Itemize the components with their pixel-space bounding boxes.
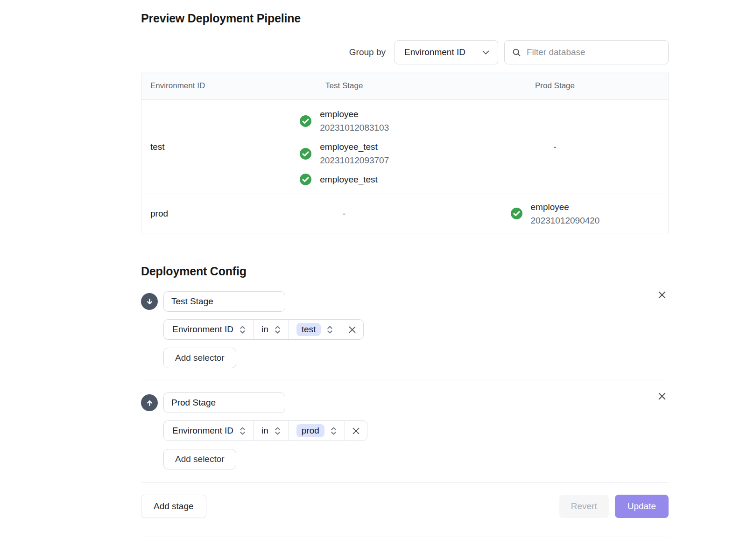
close-icon xyxy=(348,325,357,334)
bottom-divider xyxy=(141,537,669,537)
deployment-version: 20231012090420 xyxy=(531,214,600,227)
deployment-version: 20231012083103 xyxy=(320,121,389,134)
deployment-item: employee_test 20231012093707 xyxy=(299,140,389,167)
main-content: Preview Deployment Pipeline Group by Env… xyxy=(141,0,669,537)
selector-key-select[interactable]: Environment ID xyxy=(164,320,254,339)
chevron-up-down-icon xyxy=(274,325,281,335)
success-check-icon xyxy=(510,207,523,220)
selector-row: Environment ID in prod xyxy=(163,420,367,441)
footer-divider-top xyxy=(141,482,669,483)
filter-database-input[interactable] xyxy=(527,47,661,57)
remove-selector-button[interactable] xyxy=(341,320,363,339)
close-icon xyxy=(352,427,360,435)
success-check-icon xyxy=(299,115,312,127)
deployment-name: employee_test xyxy=(320,173,378,186)
deployment-item: employee 20231012090420 xyxy=(510,200,600,227)
deployment-name: employee xyxy=(531,200,600,214)
selector-value-pill: test xyxy=(296,323,321,336)
environment-id-cell: test xyxy=(141,100,247,194)
chevron-up-down-icon xyxy=(274,426,281,436)
deployment-name: employee xyxy=(320,107,389,121)
column-header-test-stage: Test Stage xyxy=(247,72,442,99)
selector-operator-select[interactable]: in xyxy=(254,320,289,339)
table-row-prod: prod - employee 20231012090420 xyxy=(141,194,668,233)
success-check-icon xyxy=(299,147,312,160)
column-header-prod-stage: Prod Stage xyxy=(442,72,668,99)
environment-id-cell: prod xyxy=(141,194,247,233)
chevron-up-down-icon xyxy=(330,426,337,436)
selector-row: Environment ID in test xyxy=(163,319,364,340)
chevron-down-icon xyxy=(482,50,489,55)
selector-operator-select[interactable]: in xyxy=(254,421,289,441)
close-icon xyxy=(657,290,667,300)
close-icon xyxy=(657,392,667,401)
deployment-name: employee_test xyxy=(320,140,389,154)
stage-name-input[interactable] xyxy=(163,291,285,312)
pipeline-table: Environment ID Test Stage Prod Stage tes… xyxy=(141,72,669,233)
search-icon xyxy=(512,48,521,57)
page-title: Preview Deployment Pipeline xyxy=(141,10,669,26)
test-stage-empty-cell: - xyxy=(247,194,442,233)
deployment-version: 20231012093707 xyxy=(320,154,389,167)
column-header-environment-id: Environment ID xyxy=(141,72,247,99)
chevron-up-down-icon xyxy=(239,426,246,436)
group-by-selected-value: Environment ID xyxy=(404,47,465,57)
remove-selector-button[interactable] xyxy=(345,421,367,441)
update-button[interactable]: Update xyxy=(615,495,669,518)
arrow-up-circle-icon xyxy=(141,394,158,411)
deployment-item: employee_test xyxy=(299,173,389,186)
stage-config-test: Environment ID in test xyxy=(141,291,669,368)
prod-stage-cell: employee 20231012090420 xyxy=(442,194,668,233)
deployment-item: employee 20231012083103 xyxy=(299,107,389,134)
add-selector-button[interactable]: Add selector xyxy=(163,348,236,368)
stage-config-prod: Environment ID in prod xyxy=(141,392,669,469)
group-by-label: Group by xyxy=(349,47,386,57)
prod-stage-empty-cell: - xyxy=(442,100,668,194)
success-check-icon xyxy=(299,173,312,186)
add-selector-button[interactable]: Add selector xyxy=(163,449,236,469)
add-stage-button[interactable]: Add stage xyxy=(141,495,206,518)
chevron-up-down-icon xyxy=(326,325,333,335)
chevron-up-down-icon xyxy=(239,325,246,335)
selector-operator-value: in xyxy=(261,426,268,436)
test-stage-cell: employee 20231012083103 employee_test 20… xyxy=(247,100,442,194)
selector-key-select[interactable]: Environment ID xyxy=(164,421,254,441)
deployment-config-title: Deployment Config xyxy=(141,264,669,278)
toolbar: Group by Environment ID xyxy=(141,40,669,64)
table-header-row: Environment ID Test Stage Prod Stage xyxy=(141,72,668,100)
revert-button[interactable]: Revert xyxy=(559,495,609,518)
group-by-dropdown[interactable]: Environment ID xyxy=(395,40,498,64)
config-footer: Add stage Revert Update xyxy=(141,495,669,518)
selector-value-pill: prod xyxy=(296,424,324,437)
stage-divider xyxy=(141,380,669,380)
remove-stage-button[interactable] xyxy=(655,390,669,403)
remove-stage-button[interactable] xyxy=(655,288,669,301)
stage-name-input[interactable] xyxy=(163,392,285,413)
selector-value-select[interactable]: test xyxy=(289,320,341,339)
table-row-test: test employee 20231012083103 xyxy=(141,100,668,194)
selector-key-value: Environment ID xyxy=(172,324,233,335)
filter-search-box[interactable] xyxy=(504,40,669,64)
selector-operator-value: in xyxy=(261,324,268,335)
deployment-list: employee 20231012083103 employee_test 20… xyxy=(299,100,389,194)
arrow-down-circle-icon xyxy=(141,293,158,310)
selector-value-select[interactable]: prod xyxy=(289,421,345,441)
selector-key-value: Environment ID xyxy=(172,426,233,436)
